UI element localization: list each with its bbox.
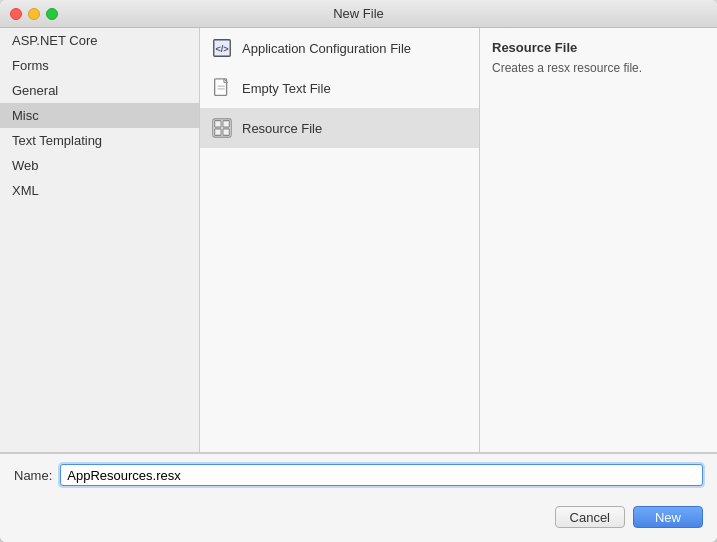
name-input[interactable] [60,464,703,486]
name-label: Name: [14,468,52,483]
sidebar-item-text-templating[interactable]: Text Templating [0,128,199,153]
traffic-lights [10,8,58,20]
cancel-button[interactable]: Cancel [555,506,625,528]
sidebar-item-general[interactable]: General [0,78,199,103]
minimize-button[interactable] [28,8,40,20]
svg-text:</>: </> [215,44,228,54]
sidebar-item-xml[interactable]: XML [0,178,199,203]
file-item-label-empty-text: Empty Text File [242,81,331,96]
file-type-panel: </> Application Configuration File Empty… [200,28,480,452]
svg-rect-5 [213,119,231,137]
app-config-icon: </> [210,36,234,60]
file-item-label-app-config: Application Configuration File [242,41,411,56]
resource-file-icon [210,116,234,140]
file-item-resource-file[interactable]: Resource File [200,108,479,148]
maximize-button[interactable] [46,8,58,20]
detail-description: Creates a resx resource file. [492,61,705,75]
name-bar: Name: [0,453,717,496]
sidebar-item-misc[interactable]: Misc [0,103,199,128]
file-item-label-resource-file: Resource File [242,121,322,136]
content-area: ASP.NET CoreFormsGeneralMiscText Templat… [0,28,717,542]
sidebar-item-web[interactable]: Web [0,153,199,178]
sidebar-item-forms[interactable]: Forms [0,53,199,78]
new-button[interactable]: New [633,506,703,528]
panels: ASP.NET CoreFormsGeneralMiscText Templat… [0,28,717,453]
new-file-dialog: New File ASP.NET CoreFormsGeneralMiscTex… [0,0,717,542]
titlebar: New File [0,0,717,28]
detail-panel: Resource File Creates a resx resource fi… [480,28,717,452]
detail-title: Resource File [492,40,705,55]
file-item-app-config[interactable]: </> Application Configuration File [200,28,479,68]
category-panel: ASP.NET CoreFormsGeneralMiscText Templat… [0,28,200,452]
close-button[interactable] [10,8,22,20]
empty-text-icon [210,76,234,100]
buttons-area: Cancel New [0,496,717,542]
window-title: New File [333,6,384,21]
file-item-empty-text[interactable]: Empty Text File [200,68,479,108]
sidebar-item-asp-net-core[interactable]: ASP.NET Core [0,28,199,53]
